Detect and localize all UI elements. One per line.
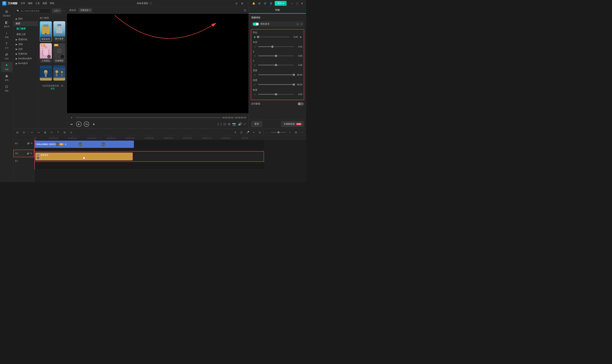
menu-file[interactable]: 文件 — [21, 2, 25, 5]
effect-card-shape-mask[interactable]: 图形遮罩 — [40, 21, 52, 42]
download-icon-body[interactable]: ↓ — [47, 55, 51, 58]
upload-icon[interactable]: ↑ — [246, 1, 250, 5]
zoom-slider[interactable] — [271, 132, 286, 133]
tl-mic-icon[interactable]: 🎤 — [245, 130, 250, 135]
tl-composite-button[interactable]: ⊞ — [62, 130, 67, 135]
width-keyframe-button[interactable]: ◇ — [253, 73, 256, 76]
menu-help[interactable]: 帮助 — [50, 2, 54, 5]
monitor-icon[interactable]: ⊡ — [234, 1, 238, 5]
effect-card-body-outline[interactable]: VIP ↓ — [40, 43, 52, 63]
radius-keyframe-button[interactable]: ◇ — [253, 45, 256, 48]
y-slider[interactable] — [258, 65, 294, 65]
effect-card-scene2[interactable] — [53, 65, 65, 80]
tl-delete-button[interactable]: 🗑 — [43, 130, 48, 135]
toolbar-effects[interactable]: ✦ 特效 — [1, 62, 13, 72]
maximize-button[interactable]: □ — [295, 2, 299, 5]
effect-card-quick-blur[interactable]: VIP 🖼 ↓ 快速哦斑 — [53, 43, 65, 63]
tl-playhead[interactable] — [34, 140, 35, 169]
refresh-link[interactable]: 刷新 — [51, 87, 55, 90]
tl-clip-keyframe[interactable] — [83, 157, 85, 159]
menu-edit[interactable]: 编辑 — [28, 2, 33, 5]
fullscreen-icon[interactable]: ⤢ — [244, 122, 246, 126]
loop-play-button[interactable]: ⟳▶ — [84, 121, 89, 127]
height-keyframe-button[interactable]: ◇ — [253, 83, 256, 86]
sidebar-section-border[interactable]: ▶ 边框 — [13, 47, 38, 52]
effect-chevron-icon[interactable]: ▾ — [301, 23, 302, 26]
tl-undo-button[interactable]: ↩ — [30, 130, 35, 135]
quality-select[interactable]: 完整画质 ▾ — [78, 8, 92, 13]
clip-add-icon[interactable]: ⊕ — [65, 143, 66, 145]
rewind-icon[interactable]: ⏮ — [69, 122, 74, 126]
search-input[interactable] — [21, 10, 49, 12]
tl-timer-button[interactable]: ⊙ — [69, 130, 74, 135]
sidebar-section-my[interactable]: ▶ 我的 — [13, 16, 38, 21]
cart-icon[interactable]: 🛒 — [263, 1, 267, 5]
play-button[interactable]: ▶ — [76, 121, 81, 127]
sidebar-section-recommend[interactable]: 推荐 — [13, 21, 38, 26]
track-2-eye-icon[interactable]: 👁 — [31, 142, 33, 145]
bell-icon[interactable]: 🔔 — [252, 1, 256, 5]
feather-slider[interactable] — [258, 37, 289, 37]
in-point-icon[interactable]: { — [218, 122, 219, 126]
feather-add-keyframe-icon[interactable]: ▶ — [299, 35, 302, 39]
transition-1[interactable]: ⟷ — [55, 142, 59, 146]
tl-clip-shape-mask[interactable]: 图形遮罩 — [35, 153, 133, 160]
pip-icon[interactable]: ⊞ — [228, 122, 230, 126]
tl-list-icon[interactable]: ≡ — [251, 130, 256, 135]
sidebar-section-audio-fx[interactable]: ▶ 音频特效 — [13, 52, 38, 56]
effect-card-image-mask[interactable]: 图片遮罩 — [53, 21, 65, 42]
tl-track-area[interactable]: 00:00 00:00:00:25 00:00:01:20 00:00:02:1… — [34, 136, 306, 182]
toolbar-stickers[interactable]: ◉ 贴纸 — [1, 73, 13, 83]
prev-frame-icon[interactable]: ● — [69, 115, 74, 120]
progress-track[interactable] — [75, 117, 221, 118]
track-1-eye-icon[interactable]: 👁 — [30, 152, 32, 155]
tl-sun-icon[interactable]: ☀ — [233, 130, 238, 135]
effect-copy-icon[interactable]: ⊡ — [297, 23, 299, 26]
toolbar-library[interactable]: ◧ 素材库 — [1, 19, 13, 29]
y-keyframe-button[interactable]: ◇ — [253, 64, 256, 66]
tl-grid-view-icon[interactable]: ⊞ — [293, 130, 299, 135]
sidebar-section-boris[interactable]: ▶ Boris插件 — [13, 61, 38, 66]
tl-more-icon[interactable]: ⋯ — [299, 130, 305, 135]
angle-keyframe-button[interactable]: ◇ — [253, 93, 256, 96]
tl-zoom-out-button[interactable]: - — [265, 130, 270, 135]
toolbar-assets[interactable]: ⊞ 我的素材 — [1, 8, 13, 18]
info-icon[interactable]: ⓘ — [150, 2, 152, 5]
tl-magnetic-tool[interactable]: ⊡ — [21, 130, 26, 135]
out-point-icon[interactable]: } — [221, 122, 221, 126]
toolbar-templates[interactable]: ⊡ 模板 — [1, 83, 13, 93]
audio-icon-preview[interactable]: 🔊 — [238, 122, 242, 126]
radius-slider[interactable] — [258, 46, 294, 47]
angle-slider[interactable] — [258, 94, 294, 95]
tl-scissors-button[interactable]: ✂ — [49, 130, 54, 135]
menu-tools[interactable]: 工具 — [35, 2, 40, 5]
effect-toggle[interactable] — [253, 23, 259, 26]
minimize-button[interactable]: ─ — [290, 2, 294, 5]
toolbar-audio[interactable]: ♪ 音频 — [1, 30, 13, 40]
sidebar-item-hot[interactable]: 热门推荐 — [13, 26, 38, 32]
mark-icon[interactable]: ⊡ — [223, 122, 226, 126]
tab-effects[interactable]: 特效 — [249, 7, 306, 13]
close-button[interactable]: ✕ — [300, 2, 304, 5]
track-2-speaker-icon[interactable]: 🔊 — [27, 142, 30, 145]
search-box-container[interactable]: 🔍 — [15, 9, 51, 13]
user-icon[interactable]: 👤 — [269, 1, 273, 5]
height-slider[interactable] — [258, 84, 294, 85]
feather-keyframe-button[interactable]: ◆ — [253, 35, 256, 39]
tl-redo-button[interactable]: ↪ — [36, 130, 41, 135]
transition-3[interactable]: ⟷ — [101, 142, 105, 146]
export-button[interactable]: 导出 ▾ — [275, 1, 286, 6]
more-options-icon[interactable]: ⋯ — [63, 9, 65, 13]
reset-button[interactable]: 重置 — [251, 121, 262, 127]
reverse-toggle[interactable] — [298, 102, 304, 105]
sidebar-section-video[interactable]: ▶ 视频特效 — [13, 37, 38, 42]
toolbar-text[interactable]: T 文字 — [1, 40, 13, 51]
transition-2[interactable]: ⟷ — [78, 142, 82, 146]
track-1-speaker-icon[interactable]: 🔊 — [27, 152, 29, 155]
toolbar-transition[interactable]: ⇄ 转场 — [1, 51, 13, 61]
filter-button[interactable]: 全部 ▾ — [52, 8, 61, 13]
tl-crop-icon[interactable]: ⊡ — [239, 130, 244, 135]
x-keyframe-button[interactable]: ◇ — [253, 54, 256, 57]
menu-view[interactable]: 视图 — [42, 2, 47, 5]
tl-clip-challenge[interactable]: CHALLENGE / SUCCESS VIP ⊕ ⟷ ⟷ ⟷ — [34, 141, 134, 148]
